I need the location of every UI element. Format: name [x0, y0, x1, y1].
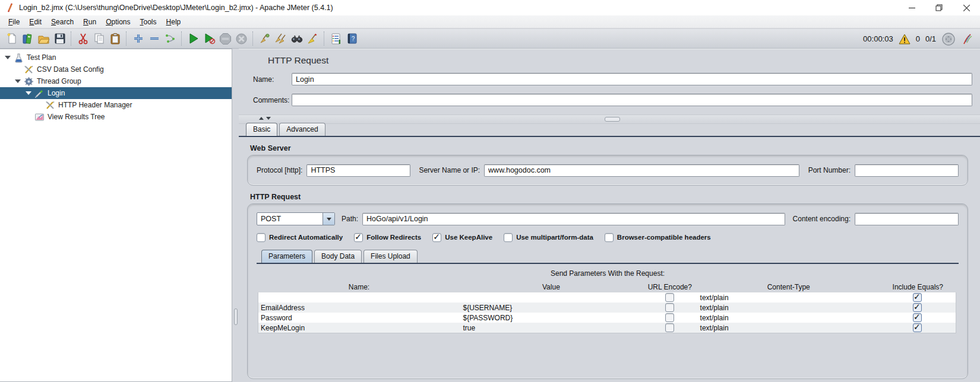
- splitter-collapse-arrows[interactable]: [259, 117, 271, 120]
- menu-search[interactable]: Search: [46, 17, 78, 27]
- comments-input[interactable]: [292, 94, 972, 106]
- include-equals-checkbox[interactable]: [913, 313, 922, 322]
- search-reset-icon[interactable]: [305, 31, 321, 47]
- tab-advanced[interactable]: Advanced: [279, 123, 325, 136]
- checkbox-icon[interactable]: [432, 233, 441, 242]
- threads-state-icon[interactable]: [941, 32, 956, 46]
- expander-icon[interactable]: [5, 55, 11, 61]
- url-encode-checkbox[interactable]: [665, 313, 674, 322]
- copy-icon[interactable]: [91, 31, 107, 47]
- content-type-cell[interactable]: text/plain: [698, 292, 879, 303]
- shutdown-icon[interactable]: [233, 31, 249, 47]
- tree-item-view-results-tree[interactable]: View Results Tree: [0, 111, 232, 123]
- chevron-down-icon[interactable]: [323, 213, 334, 225]
- option-browser-compatible-headers[interactable]: Browser-compatible headers: [605, 233, 711, 242]
- url-encode-checkbox[interactable]: [665, 323, 674, 332]
- option-use-multipart[interactable]: Use multipart/form-data: [504, 233, 593, 242]
- param-name-cell[interactable]: KeepMeLogin: [258, 323, 460, 333]
- param-value-cell[interactable]: ${PASSWORD}: [460, 313, 641, 323]
- restore-button[interactable]: [925, 0, 953, 15]
- horizontal-splitter[interactable]: [239, 114, 980, 124]
- menu-options[interactable]: Options: [101, 17, 135, 27]
- minimize-button[interactable]: [898, 0, 925, 15]
- checkbox-icon[interactable]: [354, 233, 363, 242]
- paste-icon[interactable]: [107, 31, 123, 47]
- url-encode-checkbox[interactable]: [665, 293, 674, 302]
- divider-grip[interactable]: [234, 308, 238, 325]
- param-value-cell[interactable]: [460, 292, 641, 303]
- tree-item-test-plan[interactable]: Test Plan: [0, 52, 232, 63]
- collapse-all-icon[interactable]: [146, 31, 162, 47]
- column-header-include-equals[interactable]: Include Equals?: [880, 282, 956, 292]
- server-name-input[interactable]: [484, 164, 799, 177]
- option-redirect-automatically[interactable]: Redirect Automatically: [257, 233, 343, 242]
- start-icon[interactable]: [185, 31, 201, 47]
- option-use-keepalive[interactable]: Use KeepAlive: [432, 233, 492, 242]
- content-encoding-input[interactable]: [855, 213, 959, 225]
- checkbox-icon[interactable]: [257, 233, 265, 242]
- save-icon[interactable]: [52, 31, 68, 47]
- column-header-content-type[interactable]: Content-Type: [698, 282, 880, 292]
- protocol-input[interactable]: [306, 164, 410, 177]
- search-icon[interactable]: [289, 31, 305, 47]
- checkbox-icon[interactable]: [504, 233, 513, 242]
- param-value-cell[interactable]: ${USERNAME}: [460, 303, 641, 313]
- clear-icon[interactable]: [257, 31, 273, 47]
- menu-tools[interactable]: Tools: [135, 17, 162, 27]
- close-button[interactable]: [953, 0, 980, 15]
- expander-icon[interactable]: [15, 78, 21, 84]
- menu-run[interactable]: Run: [78, 17, 101, 27]
- include-equals-checkbox[interactable]: [913, 293, 922, 302]
- checkbox-icon[interactable]: [605, 233, 614, 242]
- stop-icon[interactable]: [217, 31, 233, 47]
- param-row[interactable]: KeepMeLogin true text/plain: [258, 323, 956, 333]
- param-row[interactable]: text/plain: [258, 292, 956, 303]
- param-value-cell[interactable]: true: [460, 323, 641, 333]
- templates-icon[interactable]: [20, 31, 36, 47]
- warning-icon[interactable]: [899, 34, 911, 44]
- tree-item-csv-data-set-config[interactable]: CSV Data Set Config: [0, 63, 232, 75]
- menu-help[interactable]: Help: [162, 17, 186, 27]
- tree-item-thread-group[interactable]: Thread Group: [0, 75, 232, 87]
- splitter-grip[interactable]: [605, 117, 620, 122]
- tab-files-upload[interactable]: Files Upload: [363, 250, 418, 263]
- tab-parameters[interactable]: Parameters: [261, 250, 312, 263]
- url-encode-checkbox[interactable]: [665, 303, 674, 312]
- port-number-input[interactable]: [855, 164, 959, 177]
- toggle-icon[interactable]: [162, 31, 178, 47]
- name-input[interactable]: [292, 73, 972, 85]
- column-header-url-encode[interactable]: URL Encode?: [642, 282, 698, 292]
- clear-all-icon[interactable]: [273, 31, 289, 47]
- help-icon[interactable]: ?: [344, 31, 360, 47]
- menu-file[interactable]: File: [4, 17, 24, 27]
- start-no-pauses-icon[interactable]: [201, 31, 217, 47]
- collapse-down-icon[interactable]: [266, 117, 271, 120]
- tab-body-data[interactable]: Body Data: [314, 250, 362, 263]
- expand-all-icon[interactable]: [130, 31, 146, 47]
- param-name-cell[interactable]: EmailAddress: [258, 303, 460, 313]
- cut-icon[interactable]: [75, 31, 91, 47]
- content-type-cell[interactable]: text/plain: [698, 313, 879, 323]
- content-type-cell[interactable]: text/plain: [698, 323, 879, 333]
- expander-icon[interactable]: [26, 90, 31, 96]
- option-follow-redirects[interactable]: Follow Redirects: [354, 233, 421, 242]
- new-file-icon[interactable]: [4, 31, 20, 47]
- path-input[interactable]: [362, 213, 785, 225]
- tab-basic[interactable]: Basic: [246, 123, 277, 136]
- tree-item-http-header-manager[interactable]: HTTP Header Manager: [0, 99, 232, 111]
- method-select[interactable]: POST: [257, 212, 335, 225]
- column-header-name[interactable]: Name:: [258, 282, 460, 292]
- column-header-value[interactable]: Value: [460, 282, 642, 292]
- param-row[interactable]: Password ${PASSWORD} text/plain: [258, 313, 956, 323]
- menu-edit[interactable]: Edit: [24, 17, 46, 27]
- content-type-cell[interactable]: text/plain: [698, 303, 879, 313]
- include-equals-checkbox[interactable]: [913, 323, 922, 332]
- tree-item-login[interactable]: Login: [0, 87, 232, 99]
- param-name-cell[interactable]: [258, 292, 460, 303]
- collapse-up-icon[interactable]: [259, 117, 264, 120]
- open-file-icon[interactable]: [36, 31, 52, 47]
- include-equals-checkbox[interactable]: [913, 303, 922, 312]
- function-helper-icon[interactable]: [328, 31, 344, 47]
- param-row[interactable]: EmailAddress ${USERNAME} text/plain: [258, 303, 956, 313]
- param-name-cell[interactable]: Password: [258, 313, 460, 323]
